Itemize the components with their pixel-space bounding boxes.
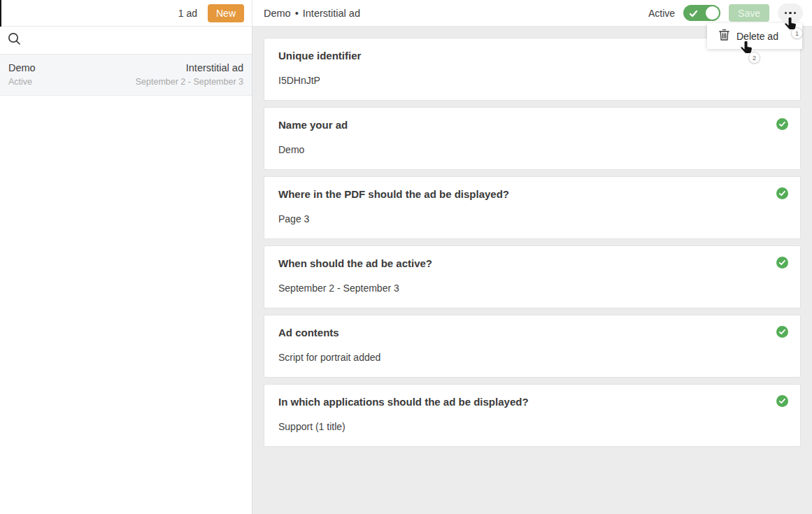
page-title: Demo • Interstitial ad [252, 8, 360, 19]
ad-list-item-demo[interactable]: Demo Active Interstitial ad September 2 … [0, 55, 252, 96]
card-active-dates[interactable]: When should the ad be active? September … [264, 245, 801, 308]
check-circle-icon [776, 118, 788, 130]
window-edge [0, 0, 1, 27]
check-circle-icon [776, 326, 788, 338]
card-title: Where in the PDF should the ad be displa… [278, 188, 786, 200]
list-item-dates: September 2 - September 3 [136, 77, 243, 87]
topbar-sidebar-section: 1 ad New [0, 0, 252, 26]
more-options-icon [785, 12, 788, 15]
active-label: Active [648, 8, 675, 19]
card-value: I5DHnJtP [278, 75, 786, 86]
page-title-name: Demo [264, 8, 291, 19]
card-value: Demo [278, 144, 786, 155]
sidebar: Demo Active Interstitial ad September 2 … [0, 27, 252, 514]
ad-count-label: 1 ad [178, 8, 197, 19]
check-circle-icon [776, 257, 788, 269]
list-item-name: Demo [8, 62, 36, 73]
card-title: Unique identifier [278, 50, 786, 62]
search-icon[interactable] [7, 31, 22, 49]
trash-icon [719, 29, 729, 43]
toggle-knob[interactable] [706, 6, 719, 20]
card-applications[interactable]: In which applications should the ad be d… [264, 384, 801, 447]
check-circle-icon [776, 187, 788, 199]
card-value: Support (1 title) [278, 421, 786, 432]
card-title: In which applications should the ad be d… [278, 396, 786, 408]
list-item-left: Demo Active [8, 62, 36, 87]
topbar: 1 ad New Demo • Interstitial ad Active S… [0, 0, 812, 27]
click-cursor-icon [739, 40, 754, 57]
click-cursor-icon [783, 16, 798, 33]
card-title: Ad contents [278, 327, 786, 338]
card-pdf-placement[interactable]: Where in the PDF should the ad be displa… [264, 176, 801, 239]
card-ad-contents[interactable]: Ad contents Script for portrait added [264, 315, 801, 378]
card-value: Page 3 [278, 213, 786, 224]
check-icon [689, 8, 698, 21]
card-value: September 2 - September 3 [278, 283, 786, 294]
check-circle-icon [776, 395, 788, 407]
card-title: Name your ad [278, 119, 786, 131]
list-item-right: Interstitial ad September 2 - September … [136, 62, 243, 87]
page-title-type: Interstitial ad [303, 8, 360, 19]
search-bar[interactable] [0, 27, 252, 55]
card-value: Script for portrait added [278, 352, 786, 363]
new-ad-button[interactable]: New [208, 4, 244, 22]
active-toggle[interactable] [683, 5, 720, 21]
card-name-your-ad[interactable]: Name your ad Demo [264, 107, 801, 170]
list-item-status: Active [8, 77, 36, 87]
page-title-separator: • [295, 8, 299, 19]
card-title: When should the ad be active? [278, 257, 786, 269]
list-item-type: Interstitial ad [136, 62, 243, 73]
save-button[interactable]: Save [729, 4, 769, 22]
ad-detail-panel: Unique identifier I5DHnJtP Name your ad … [252, 27, 812, 514]
